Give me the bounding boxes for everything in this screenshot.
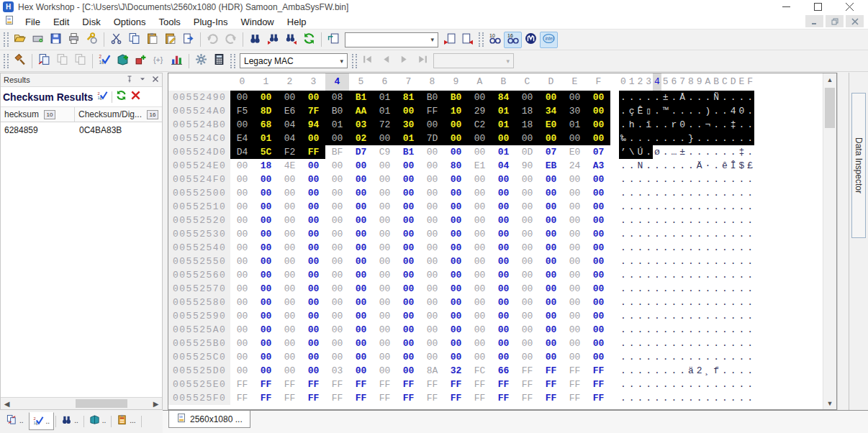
ascii-cell[interactable]: . (695, 323, 704, 337)
byte-cell[interactable]: AA (349, 104, 373, 118)
byte-cell[interactable]: 00 (397, 159, 420, 173)
ascii-cell[interactable]: . (687, 296, 695, 309)
mdi-restore-button[interactable] (826, 15, 844, 27)
ascii-cell[interactable]: . (720, 186, 729, 200)
ascii-cell[interactable]: . (628, 173, 636, 186)
byte-cell[interactable]: 00 (230, 227, 254, 241)
ascii-cell[interactable]: . (628, 364, 636, 378)
open-disk-button[interactable] (29, 32, 47, 48)
ascii-cell[interactable]: . (661, 186, 670, 200)
byte-cell[interactable]: 00 (230, 214, 254, 227)
byte-cell[interactable]: 00 (468, 145, 492, 159)
ascii-cell[interactable]: . (644, 391, 653, 405)
byte-cell[interactable]: 00 (444, 186, 468, 200)
ascii-cell[interactable]: . (670, 91, 679, 104)
byte-cell[interactable]: 00 (587, 282, 610, 296)
byte-cell[interactable]: 00 (230, 255, 254, 268)
byte-cell[interactable]: 00 (444, 282, 468, 296)
ascii-cell[interactable]: . (687, 241, 695, 255)
ascii-cell[interactable]: . (619, 104, 628, 118)
ascii-cell[interactable]: . (636, 364, 645, 378)
byte-cell[interactable]: 00 (420, 145, 444, 159)
byte-cell[interactable]: 01 (563, 118, 587, 132)
ascii-cell[interactable]: . (678, 323, 687, 337)
ascii-cell[interactable]: . (661, 323, 670, 337)
ascii-cell[interactable]: . (695, 200, 704, 214)
ascii-cell[interactable]: . (661, 173, 670, 186)
ascii-cell[interactable]: . (746, 364, 754, 378)
byte-cell[interactable]: 00 (325, 159, 349, 173)
ascii-cell[interactable]: ± (678, 145, 687, 159)
byte-cell[interactable]: E4 (230, 132, 254, 145)
ascii-cell[interactable]: . (729, 145, 738, 159)
byte-cell[interactable]: 00 (278, 186, 302, 200)
byte-cell[interactable]: 00 (278, 200, 302, 214)
byte-cell[interactable]: 00 (302, 159, 325, 173)
ascii-cell[interactable]: . (712, 309, 720, 323)
tab-compare-results[interactable]: .. (3, 412, 27, 429)
ascii-cell[interactable]: . (636, 337, 645, 350)
byte-cell[interactable]: 00 (302, 186, 325, 200)
ascii-cell[interactable]: Å (678, 91, 687, 104)
byte-cell[interactable]: 00 (278, 309, 302, 323)
byte-cell[interactable]: 00 (492, 200, 515, 214)
ascii-cell[interactable]: ø (653, 145, 661, 159)
byte-cell[interactable]: 00 (373, 255, 397, 268)
byte-cell[interactable]: FF (420, 378, 444, 391)
ascii-cell[interactable]: . (720, 309, 729, 323)
byte-cell[interactable]: 00 (420, 268, 444, 282)
ascii-cell[interactable]: . (653, 227, 661, 241)
ascii-cell[interactable]: . (653, 337, 661, 350)
ascii-cell[interactable]: . (704, 378, 713, 391)
byte-cell[interactable]: 00 (373, 364, 397, 378)
byte-cell[interactable]: 00 (515, 227, 539, 241)
byte-cell[interactable]: FF (420, 391, 444, 405)
byte-cell[interactable]: FF (563, 364, 587, 378)
byte-cell[interactable]: 00 (468, 268, 492, 282)
ascii-cell[interactable]: . (746, 378, 754, 391)
byte-cell[interactable]: 00 (587, 173, 610, 186)
mdi-minimize-button[interactable] (805, 15, 823, 27)
ascii-cell[interactable]: . (738, 391, 746, 405)
byte-cell[interactable]: 00 (230, 173, 254, 186)
ascii-cell[interactable]: . (746, 227, 754, 241)
byte-cell[interactable]: 00 (563, 282, 587, 296)
byte-cell[interactable]: 00 (587, 118, 610, 132)
byte-cell[interactable]: 10 (444, 104, 468, 118)
ascii-cell[interactable]: . (670, 337, 679, 350)
byte-cell[interactable]: 00 (230, 350, 254, 364)
ascii-cell[interactable]: . (720, 173, 729, 186)
ascii-cell[interactable]: . (636, 296, 645, 309)
ascii-cell[interactable]: . (746, 282, 754, 296)
preferences-button[interactable] (192, 53, 210, 69)
ascii-cell[interactable]: . (678, 132, 687, 145)
ascii-cell[interactable]: . (729, 282, 738, 296)
ascii-cell[interactable]: . (704, 241, 713, 255)
ascii-cell[interactable]: ™ (661, 104, 670, 118)
byte-cell[interactable]: 00 (587, 296, 610, 309)
ascii-cell[interactable]: Ê (636, 104, 645, 118)
byte-cell[interactable]: 00 (254, 227, 278, 241)
paste-special-button[interactable] (161, 32, 179, 48)
byte-cell[interactable]: 00 (397, 200, 420, 214)
ascii-cell[interactable]: . (670, 268, 679, 282)
byte-cell[interactable]: 00 (563, 200, 587, 214)
byte-cell[interactable]: 00 (230, 309, 254, 323)
ascii-cell[interactable]: . (738, 364, 746, 378)
byte-cell[interactable]: 00 (325, 309, 349, 323)
ascii-cell[interactable]: . (653, 241, 661, 255)
ascii-cell[interactable]: . (653, 323, 661, 337)
ascii-cell[interactable]: . (712, 241, 720, 255)
generate-checksum-button[interactable]: 216 (96, 53, 114, 69)
ascii-cell[interactable]: . (695, 350, 704, 364)
scrollbar-track[interactable] (13, 398, 150, 409)
byte-cell[interactable]: 00 (349, 159, 373, 173)
ascii-cell[interactable]: . (687, 391, 695, 405)
byte-cell[interactable]: 00 (515, 186, 539, 200)
ascii-cell[interactable]: ) (704, 104, 713, 118)
menu-options[interactable]: Options (107, 17, 153, 27)
ascii-cell[interactable]: . (619, 173, 628, 186)
copy-button[interactable] (125, 32, 143, 48)
ascii-cell[interactable]: . (712, 268, 720, 282)
save-button[interactable] (47, 32, 65, 48)
